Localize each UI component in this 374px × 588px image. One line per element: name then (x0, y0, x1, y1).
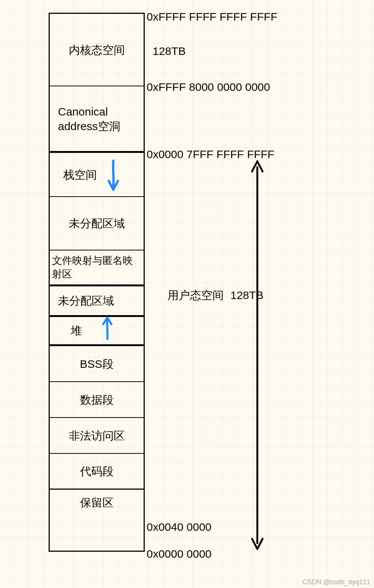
region-mmap: 文件映射与匿名映射区 (50, 250, 144, 286)
user-space-text: 用户态空间 (168, 289, 230, 301)
user-space-range-arrow-icon (250, 159, 265, 551)
addr-bottom: 0x0000 0000 (147, 548, 212, 560)
addr-top: 0xFFFF FFFF FFFF FFFF (147, 10, 278, 23)
region-reserved: 保留区 (50, 490, 144, 515)
user-space-label: 用户态空间128TB (168, 288, 263, 303)
kernel-size-label: 128TB (153, 45, 186, 58)
region-data: 数据段 (50, 382, 144, 418)
heap-grow-up-arrow-icon (100, 315, 115, 342)
region-stack: 栈空间 (50, 153, 144, 197)
region-code: 代码段 (50, 454, 144, 490)
region-kernel: 内核态空间 (50, 14, 144, 86)
region-heap: 堆 (50, 317, 144, 346)
region-bss: BSS段 (50, 346, 144, 382)
region-unallocated-2: 未分配区域 (50, 286, 144, 317)
stack-label: 栈空间 (63, 167, 97, 182)
stack-grow-down-arrow-icon (106, 158, 121, 193)
region-unallocated-1: 未分配区域 (50, 197, 144, 250)
region-illegal: 非法访问区 (50, 418, 144, 454)
memory-layout-diagram: 内核态空间 Canonical address空洞 栈空间 未分配区域 文件映射… (49, 13, 145, 552)
addr-kernel-base: 0xFFFF 8000 0000 0000 (147, 81, 270, 93)
heap-label: 堆 (71, 323, 82, 338)
watermark: CSDN @csdn_dyq111 (303, 578, 370, 586)
addr-code-base: 0x0040 0000 (147, 521, 212, 533)
region-canonical-hole: Canonical address空洞 (50, 86, 144, 153)
